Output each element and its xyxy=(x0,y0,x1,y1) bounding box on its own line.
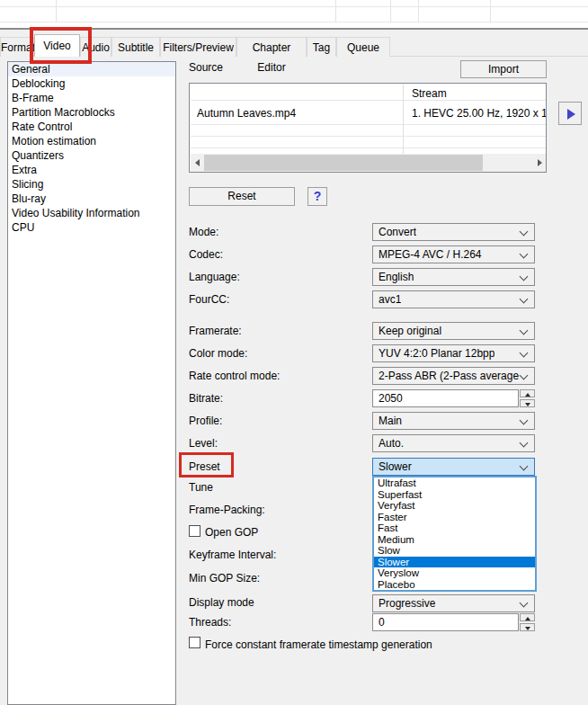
help-button[interactable]: ? xyxy=(307,187,327,206)
spinner-up-button[interactable] xyxy=(520,613,535,621)
force-cfr-checkbox[interactable] xyxy=(189,637,200,648)
language-value: English xyxy=(379,271,414,283)
preset-option-fast[interactable]: Fast xyxy=(374,522,535,534)
framerate-label: Framerate: xyxy=(189,325,242,337)
grid-line xyxy=(418,0,419,22)
sidebar-item-partition-macroblocks[interactable]: Partition Macroblocks xyxy=(8,105,175,120)
spinner-down-button[interactable] xyxy=(520,623,535,631)
chevron-down-icon xyxy=(520,272,529,281)
threads-input[interactable] xyxy=(372,613,519,631)
chevron-down-icon xyxy=(520,371,529,380)
preset-select[interactable]: Slower xyxy=(372,458,535,476)
source-stream-cell[interactable]: 1. HEVC 25.00 Hz, 1920 x 1080 ( xyxy=(412,107,546,120)
framerate-value: Keep original xyxy=(379,325,441,337)
sidebar-item-rate-control[interactable]: Rate Control xyxy=(8,120,175,134)
tab-chapter-editor[interactable]: Chapter Editor xyxy=(236,37,307,57)
chevron-down-icon xyxy=(520,462,529,471)
grid-line xyxy=(56,0,57,22)
bitrate-label: Bitrate: xyxy=(189,392,223,405)
profile-select[interactable]: Main xyxy=(372,412,535,430)
sidebar-item-extra[interactable]: Extra xyxy=(8,163,175,177)
preset-option-veryslow[interactable]: Veryslow xyxy=(374,567,535,579)
codec-select[interactable]: MPEG-4 AVC / H.264 xyxy=(372,245,535,263)
threads-label: Threads: xyxy=(189,616,231,629)
grid-line xyxy=(490,0,491,22)
level-value: Auto. xyxy=(379,437,404,450)
bitrate-field xyxy=(372,389,535,407)
color-mode-select[interactable]: YUV 4:2:0 Planar 12bpp xyxy=(372,344,535,362)
preset-option-slow[interactable]: Slow xyxy=(374,545,535,557)
fourcc-select[interactable]: avc1 xyxy=(372,290,535,308)
chevron-down-icon xyxy=(520,416,529,425)
chevron-down-icon xyxy=(520,439,529,448)
scroll-right-arrow-icon[interactable] xyxy=(532,154,547,172)
display-mode-label: Display mode xyxy=(189,596,254,609)
level-label: Level: xyxy=(189,437,218,450)
tab-tag[interactable]: Tag xyxy=(307,37,336,57)
profile-label: Profile: xyxy=(189,415,222,427)
framerate-select[interactable]: Keep original xyxy=(372,322,535,340)
spinner-up-button[interactable] xyxy=(520,389,535,397)
sidebar-item-deblocking[interactable]: Deblocking xyxy=(8,76,175,91)
sidebar-item-video-usability-information[interactable]: Video Usability Information xyxy=(8,206,175,220)
scrollbar-thumb[interactable] xyxy=(204,155,483,171)
fourcc-label: FourCC: xyxy=(189,293,229,306)
sidebar-item-quantizers[interactable]: Quantizers xyxy=(8,148,175,163)
preset-option-superfast[interactable]: Superfast xyxy=(374,489,535,501)
mode-value: Convert xyxy=(379,226,416,238)
color-mode-label: Color mode: xyxy=(189,347,247,360)
preset-value: Slower xyxy=(379,460,412,473)
fourcc-value: avc1 xyxy=(379,293,401,306)
codec-label: Codec: xyxy=(189,248,223,261)
tab-subtitle[interactable]: Subtitle xyxy=(111,37,160,57)
horizontal-scrollbar[interactable] xyxy=(191,154,547,172)
sidebar-item-motion-estimation[interactable]: Motion estimation xyxy=(8,134,175,148)
import-button[interactable]: Import xyxy=(460,60,547,78)
grid-line xyxy=(0,22,588,22)
preset-option-medium[interactable]: Medium xyxy=(374,534,535,546)
frame-packing-label: Frame-Packing: xyxy=(189,504,265,516)
top-table-sliver xyxy=(0,0,588,28)
preview-play-button[interactable] xyxy=(558,102,582,125)
source-table[interactable]: Stream Autumn Leaves.mp4 1. HEVC 25.00 H… xyxy=(189,83,547,173)
language-select[interactable]: English xyxy=(372,268,535,286)
rate-control-mode-select[interactable]: 2-Pass ABR (2-Pass average bitr xyxy=(372,367,535,385)
open-gop-checkbox[interactable] xyxy=(189,525,200,537)
annotation-box-video-tab xyxy=(30,27,92,64)
spinner-down-button[interactable] xyxy=(520,399,535,407)
grid-line xyxy=(335,0,336,22)
chevron-down-icon xyxy=(520,326,529,335)
mode-select[interactable]: Convert xyxy=(372,223,535,241)
play-icon xyxy=(567,109,575,120)
level-select[interactable]: Auto. xyxy=(372,434,535,452)
stream-column-header[interactable]: Stream xyxy=(412,87,542,100)
sidebar-item-b-frame[interactable]: B-Frame xyxy=(8,91,175,105)
color-mode-value: YUV 4:2:0 Planar 12bpp xyxy=(379,347,494,360)
sidebar-item-cpu[interactable]: CPU xyxy=(8,220,175,235)
chevron-down-icon xyxy=(520,349,529,358)
row-divider xyxy=(191,136,547,137)
preset-option-faster[interactable]: Faster xyxy=(374,512,535,523)
source-label: Source xyxy=(189,61,223,74)
sidebar-item-slicing[interactable]: Slicing xyxy=(8,177,175,192)
rate-control-mode-value: 2-Pass ABR (2-Pass average bitr xyxy=(379,370,521,382)
threads-field xyxy=(372,613,535,631)
mode-label: Mode: xyxy=(189,226,218,238)
keyframe-interval-label: Keyframe Interval: xyxy=(189,549,276,561)
tab-queue[interactable]: Queue xyxy=(336,37,390,57)
reset-button[interactable]: Reset xyxy=(189,187,295,206)
chevron-down-icon xyxy=(520,295,529,304)
tab-filters-preview[interactable]: Filters/Preview xyxy=(160,37,236,57)
grid-line xyxy=(0,6,588,7)
display-mode-select[interactable]: Progressive xyxy=(372,594,535,612)
scroll-left-arrow-icon[interactable] xyxy=(191,154,205,172)
preset-option-veryfast[interactable]: Veryfast xyxy=(374,500,535,512)
open-gop-label: Open GOP xyxy=(205,526,258,539)
preset-option-ultrafast[interactable]: Ultrafast xyxy=(374,477,535,489)
preset-option-placebo[interactable]: Placebo xyxy=(374,579,535,591)
sidebar-item-general[interactable]: General xyxy=(8,62,175,76)
preset-option-slower[interactable]: Slower xyxy=(374,557,535,568)
bitrate-input[interactable] xyxy=(372,389,519,407)
sidebar-item-blu-ray[interactable]: Blu-ray xyxy=(8,192,175,206)
source-file-cell[interactable]: Autumn Leaves.mp4 xyxy=(197,107,399,120)
